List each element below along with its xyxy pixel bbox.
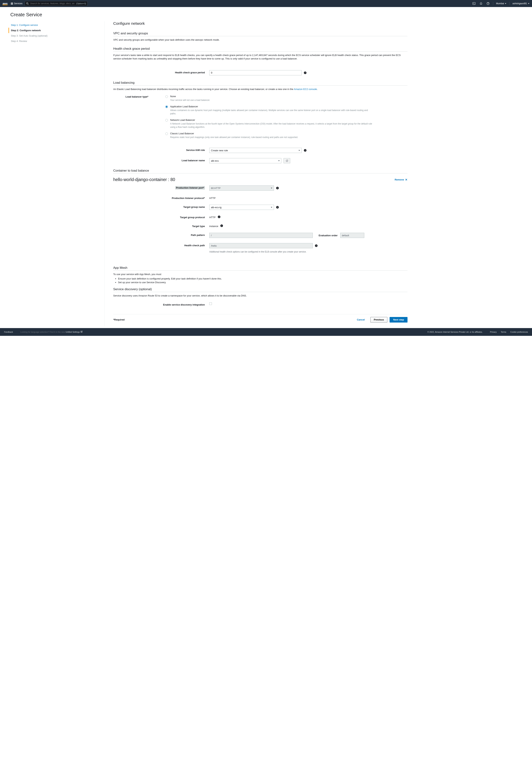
hc-label: Health check grace period [113,70,209,74]
grid-icon [11,3,13,5]
radio-icon [165,132,168,135]
hc-path-input [209,243,313,248]
hc-grace-input[interactable] [209,70,302,75]
list-item: Set up your service to use Service Disco… [118,281,407,284]
radio-icon [165,119,168,122]
remove-link[interactable]: Remove ✕ [395,178,407,181]
close-icon: ✕ [405,178,407,181]
lb-title: Load balancing [113,78,407,86]
copyright: © 2022, Amazon Internet Services Private… [427,331,483,333]
info-icon[interactable]: i [304,149,306,152]
aws-logo[interactable]: aws [3,2,8,5]
step-1[interactable]: Step 1: Configure service [8,22,101,28]
hc-path-label: Health check path [113,243,209,247]
tg-name-select[interactable]: alb-ecs-tg [209,205,274,210]
target-type-value: instance [209,224,218,228]
listener-proto-value: HTTP [209,196,216,200]
external-link-icon [81,331,83,333]
cookie-link[interactable]: Cookie preferences [510,331,528,333]
lb-type-label: Load balancer type* [116,95,153,98]
lb-desc: An Elastic Load Balancing load balancer … [113,87,407,91]
iam-role-select[interactable]: Create new role [209,148,302,153]
listener-port-select[interactable]: 80:HTTP [209,185,274,191]
search-icon [26,2,29,5]
tg-proto-label: Target group protocol [113,215,209,219]
lb-name-label: Load balancer name [113,158,209,162]
user-label: ashishgaurd91 [512,2,527,5]
list-item: Ensure your task definition is configure… [118,277,407,281]
page-title: Create Service [10,12,525,18]
sd-title: Service discovery (optional) [113,284,407,292]
services-menu[interactable]: Services [11,2,23,5]
sd-desc: Service discovery uses Amazon Route 53 t… [113,294,407,298]
info-icon[interactable]: i [276,206,279,209]
info-icon[interactable]: i [220,224,223,227]
refresh-button[interactable] [284,158,290,163]
vpc-desc: VPC and security groups are configurable… [113,38,407,42]
lb-option-nlb[interactable]: Network Load Balancer A Network Load Bal… [165,119,374,129]
appmesh-bullets: Ensure your task definition is configure… [113,277,407,285]
previous-button[interactable]: Previous [370,317,388,323]
cancel-button[interactable]: Cancel [354,317,368,323]
listener-port-label: Production listener port* [113,185,209,189]
hc-help-text: Additional health check options can be c… [209,250,318,253]
chevron-down-icon [271,188,272,189]
svg-rect-2 [473,2,475,5]
lb-option-clb[interactable]: Classic Load Balancer Requires static ho… [165,132,374,139]
wizard-steps: Step 1: Configure service Step 2: Config… [10,21,101,326]
container-section-title: Container to load balance [113,166,407,173]
step-4: Step 4: Review [8,38,101,44]
feedback-link[interactable]: Feedback [4,331,13,333]
ec2-console-link[interactable]: Amazon EC2 console [294,88,317,91]
next-step-button[interactable]: Next step [390,317,407,323]
lb-option-alb[interactable]: Application Load Balancer Allows contain… [165,105,374,115]
appmesh-desc: To use your service with App Mesh, you m… [113,272,407,276]
unified-settings-link[interactable]: Unified Settings [66,331,83,333]
services-label: Services [14,2,23,5]
lang-prompt: Looking for language selection? Find it … [20,331,83,333]
user-menu[interactable]: ashishgaurd91 [512,2,529,5]
radio-icon [165,95,168,98]
required-text: *Required [113,318,125,321]
lb-option-none[interactable]: None Your service will not use a load ba… [165,95,374,102]
help-icon[interactable] [486,1,490,6]
sd-checkbox-label: Enable service discovery integration [113,302,209,306]
target-type-label: Target type [113,224,209,228]
eval-order-input [340,233,364,238]
step-3: Step 3: Set Auto Scaling (optional) [8,33,101,38]
notifications-icon[interactable] [479,1,483,6]
radio-icon [165,105,168,108]
info-icon[interactable]: i [304,71,306,74]
region-label: Mumbai [496,2,504,5]
terms-link[interactable]: Terms [501,331,506,333]
svg-point-0 [26,3,28,4]
chevron-down-icon [505,3,506,4]
tg-name-label: Target group name [113,205,209,208]
chevron-down-icon [528,3,529,4]
main-title: Configure network [113,21,407,27]
listener-proto-label: Production listener protocol* [113,196,209,200]
iam-role-label: Service IAM role [113,148,209,151]
lb-name-select[interactable]: alb-ecs [209,158,281,163]
chevron-down-icon [271,207,272,208]
path-pattern-input [209,233,313,238]
svg-line-1 [28,4,28,4]
container-heading: hello-world-django-container : 80 Remove… [113,175,407,183]
vpc-title: VPC and security groups [113,29,407,36]
search-shortcut: [Option+S] [76,2,86,5]
region-selector[interactable]: Mumbai [496,2,507,5]
tg-proto-value: HTTP [209,215,216,219]
appmesh-title: App Mesh [113,263,407,271]
chevron-down-icon [278,160,280,161]
path-pattern-label: Path pattern [113,233,209,236]
info-icon[interactable]: i [276,187,279,189]
eval-order-label: Evaluation order [319,234,338,237]
step-2[interactable]: Step 2: Configure network [8,28,101,33]
chevron-down-icon [299,150,300,151]
cloudshell-icon[interactable] [472,1,476,6]
privacy-link[interactable]: Privacy [490,331,497,333]
sd-checkbox[interactable] [209,302,212,305]
info-icon[interactable]: i [315,244,318,247]
hc-title: Health check grace period [113,44,407,52]
info-icon[interactable]: i [218,216,220,218]
